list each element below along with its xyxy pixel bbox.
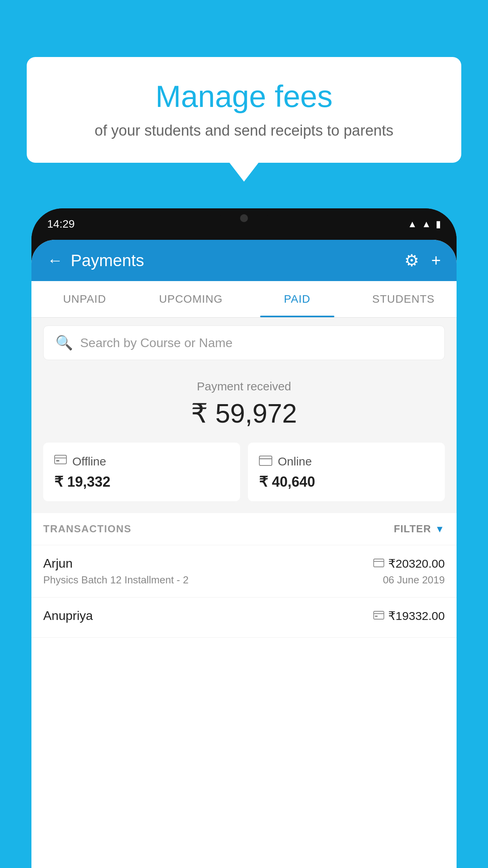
- search-placeholder-text: Search by Course or Name: [80, 336, 233, 350]
- table-row[interactable]: Anupriya ₹19332.00: [31, 598, 457, 638]
- search-icon: 🔍: [55, 335, 73, 351]
- transaction-amount-wrap: ₹19332.00: [373, 609, 445, 623]
- online-payment-card: Online ₹ 40,640: [248, 443, 445, 501]
- transaction-top-row: Anupriya ₹19332.00: [43, 609, 445, 623]
- tab-paid[interactable]: PAID: [244, 281, 350, 317]
- add-icon[interactable]: +: [431, 251, 441, 270]
- tab-unpaid[interactable]: UNPAID: [31, 281, 138, 317]
- transaction-amount: ₹20320.00: [388, 557, 445, 570]
- settings-icon[interactable]: ⚙: [404, 251, 419, 270]
- transaction-detail: Physics Batch 12 Installment - 2: [43, 574, 189, 586]
- back-button[interactable]: ←: [47, 252, 63, 269]
- svg-rect-3: [259, 456, 272, 465]
- svg-rect-5: [374, 559, 384, 567]
- signal-icon: ▲: [422, 219, 431, 230]
- payment-type-icon: [373, 610, 384, 622]
- phone-frame: 14:29 ▲ ▲ ▮ ← Payments ⚙ + UNPAID: [31, 208, 457, 868]
- tab-upcoming[interactable]: UPCOMING: [138, 281, 244, 317]
- filter-icon: ▼: [435, 524, 445, 535]
- payment-total-amount: ₹ 59,972: [47, 398, 441, 429]
- status-bar-area: 14:29 ▲ ▲ ▮: [31, 208, 457, 240]
- offline-icon: [54, 454, 67, 469]
- header-left: ← Payments: [47, 251, 144, 270]
- svg-rect-0: [55, 455, 66, 464]
- online-label: Online: [278, 455, 312, 468]
- transaction-amount-wrap: ₹20320.00: [373, 557, 445, 570]
- payment-summary: Payment received ₹ 59,972: [31, 368, 457, 443]
- card-top: Online: [259, 454, 434, 469]
- transactions-header: TRANSACTIONS FILTER ▼: [31, 513, 457, 545]
- tab-students[interactable]: STUDENTS: [350, 281, 457, 317]
- offline-label: Offline: [72, 455, 106, 468]
- app-content: ← Payments ⚙ + UNPAID UPCOMING PAID STUD…: [31, 240, 457, 868]
- card-top: Offline: [54, 454, 229, 469]
- transaction-name: Arjun: [43, 556, 73, 571]
- table-row[interactable]: Arjun ₹20320.00 Physics Batch 12 Install…: [31, 545, 457, 598]
- search-container: 🔍 Search by Course or Name: [31, 318, 457, 368]
- bubble-subtext: of your students and send receipts to pa…: [50, 122, 438, 139]
- svg-rect-7: [374, 611, 384, 619]
- status-icons: ▲ ▲ ▮: [407, 219, 441, 230]
- svg-rect-2: [56, 460, 59, 462]
- payment-type-icon: [373, 557, 384, 570]
- app-header: ← Payments ⚙ +: [31, 240, 457, 281]
- filter-button[interactable]: FILTER ▼: [394, 523, 445, 535]
- transaction-amount: ₹19332.00: [388, 609, 445, 623]
- camera-dot: [240, 214, 248, 222]
- svg-rect-9: [375, 616, 378, 617]
- search-bar[interactable]: 🔍 Search by Course or Name: [43, 326, 445, 360]
- payment-cards: Offline ₹ 19,332 Online ₹ 40,640: [31, 443, 457, 513]
- notch: [220, 208, 268, 228]
- transaction-date: 06 June 2019: [383, 574, 445, 586]
- offline-amount: ₹ 19,332: [54, 474, 229, 490]
- tabs-container: UNPAID UPCOMING PAID STUDENTS: [31, 281, 457, 318]
- filter-label: FILTER: [394, 523, 431, 535]
- transaction-name: Anupriya: [43, 609, 93, 623]
- offline-payment-card: Offline ₹ 19,332: [43, 443, 240, 501]
- page-title: Payments: [71, 251, 144, 270]
- header-right: ⚙ +: [404, 251, 441, 270]
- speech-bubble-container: Manage fees of your students and send re…: [27, 57, 461, 163]
- online-amount: ₹ 40,640: [259, 474, 434, 490]
- transaction-bottom-row: Physics Batch 12 Installment - 2 06 June…: [43, 574, 445, 586]
- online-icon: [259, 454, 272, 469]
- battery-icon: ▮: [436, 219, 441, 230]
- payment-received-label: Payment received: [47, 380, 441, 393]
- status-time: 14:29: [47, 218, 75, 230]
- speech-bubble: Manage fees of your students and send re…: [27, 57, 461, 163]
- wifi-icon: ▲: [407, 219, 417, 230]
- transactions-label: TRANSACTIONS: [43, 523, 132, 535]
- bubble-heading: Manage fees: [50, 79, 438, 114]
- transaction-top-row: Arjun ₹20320.00: [43, 556, 445, 571]
